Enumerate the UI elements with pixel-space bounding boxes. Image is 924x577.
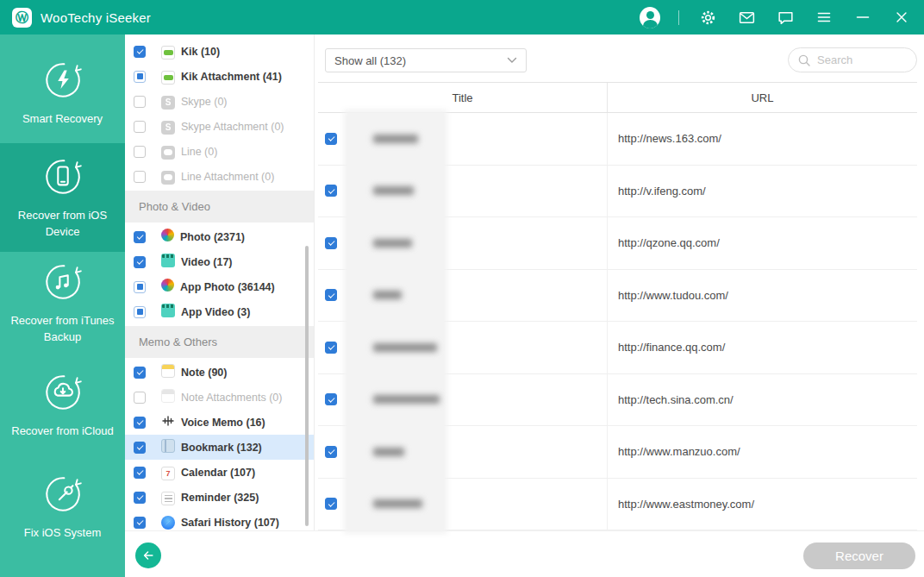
column-header-url: URL	[608, 83, 917, 112]
redaction-blur	[347, 113, 444, 530]
data-type-list: Kik (10)Kik Attachment (41)SSkype (0)SSk…	[125, 39, 314, 530]
section-header-label: Photo & Video	[139, 200, 210, 213]
section-header-memo-others: Memo & Others	[125, 326, 314, 358]
data-type-note[interactable]: Note (90)	[125, 360, 314, 385]
checkbox-checked[interactable]	[134, 256, 146, 268]
row-url: http://finance.qq.com/	[608, 341, 917, 354]
sidebar-item-label: Recover from iOS Device	[7, 208, 118, 241]
music-note-icon	[41, 260, 85, 304]
checkbox-checked[interactable]	[134, 492, 146, 504]
checkbox-unchecked[interactable]	[134, 392, 146, 404]
data-type-kik[interactable]: Kik (10)	[125, 39, 314, 64]
checkbox-checked[interactable]	[134, 46, 146, 58]
checkbox-checked[interactable]	[134, 467, 146, 479]
footer-bar: Recover	[125, 530, 924, 577]
minimize-icon[interactable]	[852, 7, 873, 28]
table-header: Title URL	[318, 82, 917, 113]
show-all-dropdown[interactable]: Show all (132)	[325, 48, 527, 72]
close-icon[interactable]	[891, 7, 912, 28]
column-header-title: Title	[318, 83, 608, 112]
checkbox-unchecked[interactable]	[134, 121, 146, 133]
data-type-label: Skype (0)	[181, 96, 228, 108]
app-title: WooTechy iSeeker	[41, 10, 151, 25]
phone-icon	[41, 154, 85, 199]
checkbox-checked[interactable]	[134, 367, 146, 379]
data-type-label: Note Attachments (0)	[181, 392, 282, 404]
feedback-chat-icon[interactable]	[775, 7, 796, 28]
checkbox-checked[interactable]	[325, 446, 337, 458]
checkbox-unchecked[interactable]	[134, 96, 146, 108]
data-type-photo[interactable]: Photo (2371)	[125, 224, 314, 249]
checkbox-indeterminate[interactable]	[134, 281, 146, 293]
row-url: http://news.163.com/	[608, 132, 917, 145]
back-button[interactable]	[135, 543, 161, 568]
checkbox-checked[interactable]	[325, 133, 337, 145]
data-type-app-photo[interactable]: App Photo (36144)	[125, 274, 314, 299]
checkbox-checked[interactable]	[134, 417, 146, 429]
data-type-calendar[interactable]: 7Calendar (107)	[125, 460, 314, 485]
user-account-icon[interactable]	[640, 7, 660, 28]
checkbox-checked[interactable]	[325, 237, 337, 249]
sidebar-item-recover-from-itunes-backup[interactable]: Recover from iTunes Backup	[0, 252, 125, 354]
checkbox-checked[interactable]	[325, 342, 337, 354]
sidebar-item-recover-from-icloud[interactable]: Recover from iCloud	[0, 354, 125, 455]
data-type-safari-history[interactable]: Safari History (107)	[125, 510, 314, 530]
menu-icon[interactable]	[814, 7, 834, 28]
reminder-icon	[146, 490, 175, 505]
sidebar-item-fix-ios-system[interactable]: Fix iOS System	[0, 455, 125, 557]
checkbox-indeterminate[interactable]	[134, 71, 146, 83]
recover-button[interactable]: Recover	[803, 543, 915, 569]
settings-gear-icon[interactable]	[697, 7, 718, 28]
data-type-label: Safari History (107)	[181, 517, 279, 529]
note-icon	[146, 389, 175, 406]
data-type-line-attachment[interactable]: Line Attachment (0)	[125, 164, 314, 189]
data-type-label: Kik Attachment (41)	[181, 71, 282, 83]
note-icon	[146, 364, 175, 381]
data-type-video[interactable]: Video (17)	[125, 249, 314, 274]
checkbox-checked[interactable]	[325, 393, 337, 405]
row-url: http://www.manzuo.com/	[608, 445, 917, 458]
table-body: http://news.163.com/http://v.ifeng.com/h…	[318, 113, 917, 530]
data-type-kik-attachment[interactable]: Kik Attachment (41)	[125, 64, 314, 89]
data-type-reminder[interactable]: Reminder (325)	[125, 485, 314, 510]
scrollbar[interactable]	[305, 246, 309, 526]
safari-icon	[146, 515, 175, 530]
checkbox-checked[interactable]	[325, 185, 337, 197]
search-box[interactable]	[788, 47, 917, 72]
data-type-voice-memo[interactable]: Voice Memo (16)	[125, 410, 314, 435]
titlebar-divider	[678, 10, 679, 25]
video-icon	[146, 254, 175, 271]
checkbox-unchecked[interactable]	[134, 146, 146, 158]
data-type-note-attachments[interactable]: Note Attachments (0)	[125, 385, 314, 410]
sidebar-item-smart-recovery[interactable]: Smart Recovery	[0, 41, 125, 143]
bolt-icon	[41, 58, 85, 103]
data-type-label: Skype Attachment (0)	[181, 121, 284, 133]
data-type-line[interactable]: Line (0)	[125, 139, 314, 164]
kik-icon	[146, 68, 175, 85]
sidebar-item-label: Fix iOS System	[24, 525, 102, 542]
checkbox-unchecked[interactable]	[134, 171, 146, 183]
row-url: http://qzone.qq.com/	[608, 236, 917, 249]
sidebar-item-recover-from-ios-device[interactable]: Recover from iOS Device	[0, 143, 125, 252]
checkbox-checked[interactable]	[134, 517, 146, 529]
skype-icon: S	[146, 93, 175, 110]
results-panel: Show all (132) Title URL http://news.163…	[314, 34, 924, 530]
data-type-skype-attachment[interactable]: SSkype Attachment (0)	[125, 114, 314, 139]
sidebar: Smart RecoveryRecover from iOS DeviceRec…	[0, 34, 125, 577]
skype-icon: S	[146, 118, 175, 135]
mail-icon[interactable]	[736, 7, 757, 28]
checkbox-checked[interactable]	[134, 231, 146, 243]
checkbox-checked[interactable]	[325, 289, 337, 301]
data-type-app-video[interactable]: App Video (3)	[125, 299, 314, 324]
checkbox-checked[interactable]	[134, 442, 146, 454]
data-type-label: Photo (2371)	[180, 231, 245, 243]
checkbox-checked[interactable]	[325, 498, 337, 510]
photo-icon	[146, 279, 174, 295]
row-url: http://www.tudou.com/	[608, 289, 917, 302]
checkbox-indeterminate[interactable]	[134, 306, 146, 318]
data-type-skype[interactable]: SSkype (0)	[125, 89, 314, 114]
data-type-bookmark[interactable]: Bookmark (132)	[125, 435, 314, 460]
search-input[interactable]	[817, 53, 903, 66]
section-header-label: Memo & Others	[139, 336, 217, 348]
photo-icon	[146, 229, 174, 245]
